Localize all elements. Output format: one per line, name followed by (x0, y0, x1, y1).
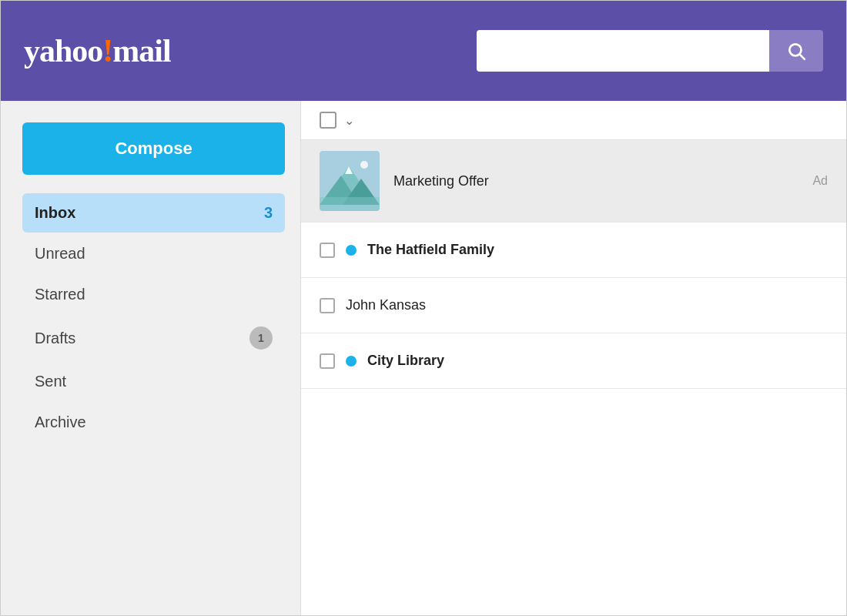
svg-point-9 (360, 161, 368, 169)
sidebar-item-drafts[interactable]: Drafts 1 (22, 316, 285, 360)
sidebar-item-inbox[interactable]: Inbox 3 (22, 193, 285, 233)
search-input[interactable] (477, 30, 769, 72)
email-sender-ad: Marketing Offer (393, 173, 805, 189)
header: yahoo!mail (1, 1, 846, 101)
sidebar-item-unread[interactable]: Unread (22, 234, 285, 273)
sidebar-item-sent[interactable]: Sent (22, 362, 285, 401)
sidebar-item-drafts-badge: 1 (249, 326, 273, 350)
email-checkbox-3[interactable] (320, 353, 335, 369)
sidebar-item-inbox-label: Inbox (35, 204, 75, 222)
svg-line-1 (800, 55, 805, 59)
select-dropdown-chevron[interactable]: ⌄ (344, 113, 354, 128)
email-row-1[interactable]: The Hatfield Family (301, 223, 846, 278)
email-list: Marketing Offer Ad The Hatfield Family J… (301, 140, 846, 615)
svg-rect-8 (320, 197, 380, 211)
sidebar-item-drafts-label: Drafts (35, 330, 75, 347)
body-area: Compose Inbox 3 Unread Starred Drafts 1 … (1, 101, 846, 615)
sidebar: Compose Inbox 3 Unread Starred Drafts 1 … (1, 101, 301, 615)
email-sender-1: The Hatfield Family (367, 242, 828, 258)
email-sender-3: City Library (367, 353, 828, 369)
unread-dot-1 (346, 245, 357, 256)
mountain-image (320, 151, 380, 211)
email-checkbox-2[interactable] (320, 298, 335, 313)
sidebar-item-inbox-badge: 3 (264, 204, 273, 222)
ad-thumbnail (320, 151, 380, 211)
email-row-ad[interactable]: Marketing Offer Ad (301, 140, 846, 223)
search-area (477, 30, 823, 72)
toolbar-row: ⌄ (301, 101, 846, 140)
email-checkbox-1[interactable] (320, 243, 335, 258)
email-row-3[interactable]: City Library (301, 333, 846, 389)
main-content: ⌄ (301, 101, 846, 615)
app-container: yahoo!mail Compose Inbox 3 Unread (0, 0, 847, 616)
sidebar-item-sent-label: Sent (35, 373, 66, 390)
select-all-checkbox[interactable] (320, 112, 336, 129)
ad-label: Ad (812, 174, 828, 188)
sidebar-item-archive[interactable]: Archive (22, 403, 285, 442)
sidebar-item-starred[interactable]: Starred (22, 275, 285, 314)
sidebar-item-starred-label: Starred (35, 286, 85, 303)
logo-exclaim: ! (102, 33, 112, 69)
sidebar-item-unread-label: Unread (35, 245, 85, 263)
email-sender-2: John Kansas (346, 297, 828, 313)
unread-dot-3 (346, 356, 357, 367)
logo: yahoo!mail (24, 32, 477, 69)
email-row-2[interactable]: John Kansas (301, 278, 846, 333)
search-button[interactable] (769, 30, 823, 72)
compose-button[interactable]: Compose (22, 122, 285, 175)
sidebar-item-archive-label: Archive (35, 413, 86, 431)
search-icon (786, 41, 806, 61)
